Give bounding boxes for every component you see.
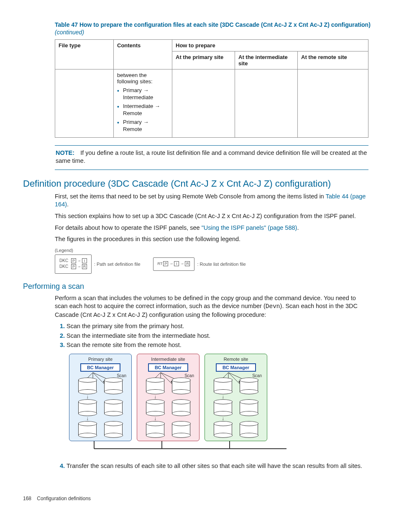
section-heading-scan: Performing a scan bbox=[23, 282, 376, 291]
contents-intro: between the following sites: bbox=[117, 72, 153, 85]
table-caption: Table 47 How to prepare the configuratio… bbox=[55, 21, 376, 36]
list-item: Scan the primary site from the primary h… bbox=[66, 322, 368, 331]
section-heading-definition: Definition procedure (3DC Cascade (Cnt A… bbox=[23, 178, 376, 189]
page-footer: 168 Configuration definitions bbox=[23, 496, 376, 501]
th-primary: At the primary site bbox=[172, 51, 235, 69]
page-number: 168 bbox=[23, 496, 36, 501]
diagram-intermediate-site: Intermediate site BC Manager Scan ↓ ↓ bbox=[137, 354, 200, 441]
list-item: Transfer the scan results of each site t… bbox=[66, 462, 368, 470]
note-box: NOTE: If you define a route list, a rout… bbox=[55, 145, 368, 170]
para: Perform a scan that includes the volumes… bbox=[55, 294, 368, 319]
bus-line-icon bbox=[69, 440, 303, 457]
para: For details about how to operate the ISP… bbox=[55, 224, 368, 232]
table-caption-main: Table 47 How to prepare the configuratio… bbox=[55, 21, 371, 28]
chapter-title: Configuration definitions bbox=[37, 496, 91, 501]
cell-contents: between the following sites: Primary → I… bbox=[114, 69, 172, 137]
legend-pathset-label: : Path set definition file bbox=[94, 262, 141, 267]
contents-bullets: Primary → Intermediate Intermediate → Re… bbox=[117, 87, 169, 133]
scan-steps-list-cont: Transfer the scan results of each site t… bbox=[55, 462, 368, 470]
th-howto: How to prepare bbox=[172, 40, 368, 51]
list-item: Primary → Remote bbox=[117, 119, 169, 133]
th-intermediate: At the intermediate site bbox=[235, 51, 298, 69]
diagram-primary-site: Primary site BC Manager Scan ↓ ↓ bbox=[69, 354, 132, 441]
para: This section explains how to set up a 3D… bbox=[55, 212, 368, 221]
legend: (Legend) DKC P→I DKC P→R : Path set defi… bbox=[55, 248, 376, 274]
code-devn: Devn bbox=[266, 303, 280, 310]
para: The figures in the procedures in this se… bbox=[55, 235, 368, 244]
list-item: Primary → Intermediate bbox=[117, 87, 169, 101]
table-row: between the following sites: Primary → I… bbox=[55, 69, 368, 137]
bc-manager-box: BC Manager bbox=[148, 363, 188, 372]
config-table: File type Contents How to prepare At the… bbox=[55, 39, 368, 137]
th-contents: Contents bbox=[114, 40, 172, 69]
legend-title: (Legend) bbox=[55, 248, 376, 253]
legend-routelist-card: RTP→I→R bbox=[153, 257, 195, 271]
th-remote: At the remote site bbox=[298, 51, 368, 69]
diagram-remote-site: Remote site BC Manager Scan ↓ ↓ bbox=[205, 354, 267, 441]
list-item: Scan the intermediate site from the inte… bbox=[66, 332, 368, 340]
legend-pathset-card: DKC P→I DKC P→R bbox=[55, 254, 92, 274]
bc-manager-box: BC Manager bbox=[80, 363, 120, 372]
list-item: Intermediate → Remote bbox=[117, 103, 169, 117]
scan-steps-list: Scan the primary site from the primary h… bbox=[55, 322, 368, 350]
scan-diagram: Primary site BC Manager Scan ↓ ↓ Interme… bbox=[69, 354, 320, 457]
bc-manager-box: BC Manager bbox=[216, 363, 256, 372]
th-filetype: File type bbox=[55, 40, 114, 69]
cell-filetype bbox=[55, 69, 114, 137]
note-text: If you define a route list, a route list… bbox=[56, 149, 367, 164]
cell-intermediate bbox=[235, 69, 298, 137]
cell-primary bbox=[172, 69, 235, 137]
list-item: Scan the remote site from the remote hos… bbox=[66, 341, 368, 350]
legend-routelist-label: : Route list definition file bbox=[197, 262, 246, 267]
para: First, set the items that need to be set… bbox=[55, 193, 368, 209]
table-caption-continued: (continued) bbox=[55, 29, 84, 36]
cell-remote bbox=[298, 69, 368, 137]
link-ispf-panels[interactable]: "Using the ISPF panels" (page 588) bbox=[202, 224, 297, 231]
note-label: NOTE: bbox=[56, 149, 74, 156]
